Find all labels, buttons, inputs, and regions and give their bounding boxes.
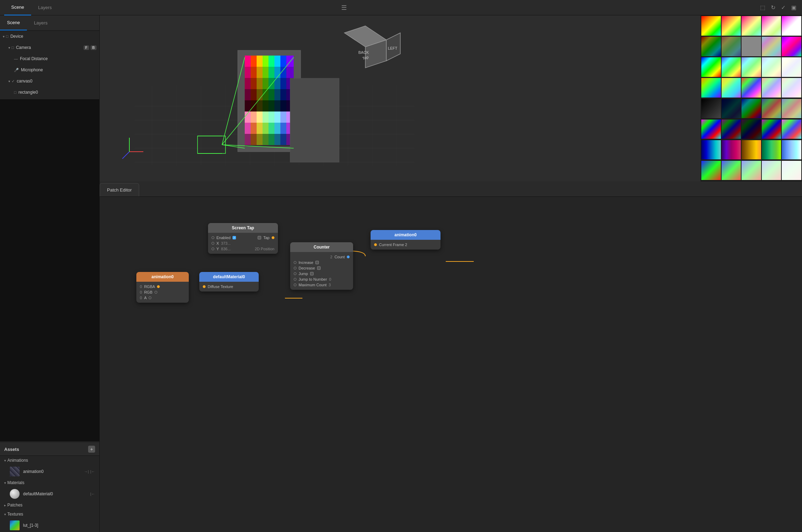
color-swatch[interactable] bbox=[722, 57, 741, 77]
color-swatch[interactable] bbox=[722, 37, 741, 56]
color-swatch[interactable] bbox=[722, 16, 741, 36]
collapse-icon[interactable]: |← bbox=[90, 492, 95, 496]
asset-group-label-textures: Textures bbox=[7, 512, 23, 517]
svg-rect-45 bbox=[263, 89, 268, 100]
color-swatch[interactable] bbox=[742, 161, 761, 180]
viewport[interactable]: Top BACK LEFT bbox=[100, 15, 701, 181]
color-swatch[interactable] bbox=[782, 57, 801, 77]
color-swatch[interactable] bbox=[742, 140, 761, 160]
tree-item-device[interactable]: ▾ □ Device bbox=[0, 31, 99, 42]
checkbox-decrease[interactable] bbox=[317, 266, 321, 270]
node-animation0-blue[interactable]: animation0 Current Frame 2 bbox=[371, 230, 441, 250]
color-swatch[interactable] bbox=[742, 78, 761, 98]
color-swatch[interactable] bbox=[742, 120, 761, 139]
assets-title: Assets bbox=[4, 447, 88, 452]
tree-item-microphone[interactable]: 🎤 Microphone bbox=[0, 64, 99, 76]
checkbox-enabled[interactable]: ✓ bbox=[232, 236, 236, 239]
checkbox-jump[interactable] bbox=[310, 272, 314, 275]
color-swatch[interactable] bbox=[762, 140, 781, 160]
svg-rect-61 bbox=[263, 112, 268, 123]
top-bar-right: ⬚ ↻ ✓ ▣ bbox=[754, 4, 802, 11]
color-swatch[interactable] bbox=[742, 16, 761, 36]
tab-layers[interactable]: Layers bbox=[31, 0, 59, 15]
color-swatch[interactable] bbox=[722, 140, 741, 160]
node-default-material[interactable]: defaultMaterial0 Diffuse Texture bbox=[199, 272, 259, 292]
color-swatch[interactable] bbox=[762, 99, 781, 118]
asset-item-lut[interactable]: lut_[1-3] bbox=[0, 519, 99, 532]
color-swatch[interactable] bbox=[701, 120, 721, 139]
svg-rect-38 bbox=[268, 78, 274, 89]
collapse-icon[interactable]: |← bbox=[90, 469, 95, 474]
port-increase-in bbox=[294, 261, 296, 264]
menu-icon[interactable]: ☰ bbox=[341, 4, 347, 12]
node-row-diffuse: Diffuse Texture bbox=[203, 284, 255, 289]
color-swatch[interactable] bbox=[701, 37, 721, 56]
color-swatch[interactable] bbox=[722, 120, 741, 139]
color-swatch[interactable] bbox=[701, 99, 721, 118]
asset-item-animation0[interactable]: animation0 →| |← bbox=[0, 465, 99, 478]
color-swatch[interactable] bbox=[701, 16, 721, 36]
color-swatch[interactable] bbox=[782, 140, 801, 160]
tab-scene-panel[interactable]: Scene bbox=[0, 15, 27, 30]
color-swatch[interactable] bbox=[742, 37, 761, 56]
color-swatch[interactable] bbox=[762, 120, 781, 139]
node-counter[interactable]: Counter 2 Count Increase bbox=[290, 242, 353, 290]
panel-divider bbox=[0, 99, 99, 441]
patch-canvas[interactable]: Screen Tap Enabled ✓ Tap bbox=[100, 197, 802, 532]
connections-svg bbox=[100, 197, 802, 532]
color-swatch[interactable] bbox=[722, 161, 741, 180]
color-swatch[interactable] bbox=[742, 99, 761, 118]
asset-item-defaultMaterial0[interactable]: defaultMaterial0 |← bbox=[0, 487, 99, 501]
asset-group-patches[interactable]: ▸ Patches bbox=[0, 501, 99, 510]
asset-group-label-materials: Materials bbox=[7, 480, 24, 485]
check-icon[interactable]: ✓ bbox=[781, 4, 786, 11]
cursor-icon[interactable]: ⬚ bbox=[760, 4, 765, 11]
tree-item-camera[interactable]: ▾ □ Camera F B bbox=[0, 42, 99, 53]
color-swatch[interactable] bbox=[722, 99, 741, 118]
checkbox-tap[interactable] bbox=[258, 236, 261, 239]
add-asset-button[interactable]: + bbox=[88, 446, 95, 453]
node-screen-tap[interactable]: Screen Tap Enabled ✓ Tap bbox=[208, 223, 278, 254]
color-swatch[interactable] bbox=[722, 78, 741, 98]
tree-item-canvas0[interactable]: ▾ ✓ canvas0 bbox=[0, 76, 99, 87]
color-swatch[interactable] bbox=[782, 161, 801, 180]
badge-b: B bbox=[91, 45, 96, 50]
color-swatch[interactable] bbox=[701, 57, 721, 77]
color-swatch[interactable] bbox=[762, 57, 781, 77]
expand-icon[interactable]: →| bbox=[84, 469, 89, 474]
tab-scene[interactable]: Scene bbox=[4, 0, 31, 15]
patch-editor-tab[interactable]: Patch Editor bbox=[100, 183, 139, 196]
checkbox-increase[interactable] bbox=[315, 261, 319, 264]
color-swatch[interactable] bbox=[701, 161, 721, 180]
color-swatch[interactable] bbox=[701, 140, 721, 160]
color-swatch[interactable] bbox=[701, 78, 721, 98]
color-swatch[interactable] bbox=[782, 99, 801, 118]
port-y-in bbox=[212, 247, 214, 250]
chevron-right-icon: ▸ bbox=[4, 503, 6, 507]
asset-group-animations[interactable]: ▾ Animations bbox=[0, 456, 99, 465]
refresh-icon[interactable]: ↻ bbox=[771, 4, 775, 11]
node-header-animation0-orange: animation0 bbox=[136, 272, 189, 282]
color-swatch[interactable] bbox=[782, 37, 801, 56]
color-swatch[interactable] bbox=[762, 78, 781, 98]
node-header-screen-tap: Screen Tap bbox=[208, 223, 278, 233]
svg-rect-20 bbox=[257, 56, 263, 67]
asset-group-textures[interactable]: ▾ Textures bbox=[0, 510, 99, 519]
svg-rect-80 bbox=[280, 134, 286, 145]
tab-layers-panel[interactable]: Layers bbox=[27, 15, 55, 30]
node-animation0-orange[interactable]: animation0 0 RGBA 0 RGB bbox=[136, 272, 189, 303]
badge-f: F bbox=[84, 45, 89, 50]
color-swatch[interactable] bbox=[762, 161, 781, 180]
color-swatch[interactable] bbox=[782, 16, 801, 36]
color-swatch[interactable] bbox=[782, 120, 801, 139]
svg-rect-54 bbox=[268, 100, 274, 112]
color-swatch[interactable] bbox=[782, 78, 801, 98]
tree-item-focal-distance[interactable]: — Focal Distance bbox=[0, 53, 99, 64]
color-swatch[interactable] bbox=[762, 16, 781, 36]
settings-icon[interactable]: ▣ bbox=[791, 4, 796, 11]
node-row-count-out: 2 Count bbox=[294, 254, 350, 260]
tree-item-rectangle0[interactable]: □ rectangle0 bbox=[0, 87, 99, 98]
color-swatch[interactable] bbox=[742, 57, 761, 77]
color-swatch[interactable] bbox=[762, 37, 781, 56]
asset-group-materials[interactable]: ▾ Materials bbox=[0, 478, 99, 487]
